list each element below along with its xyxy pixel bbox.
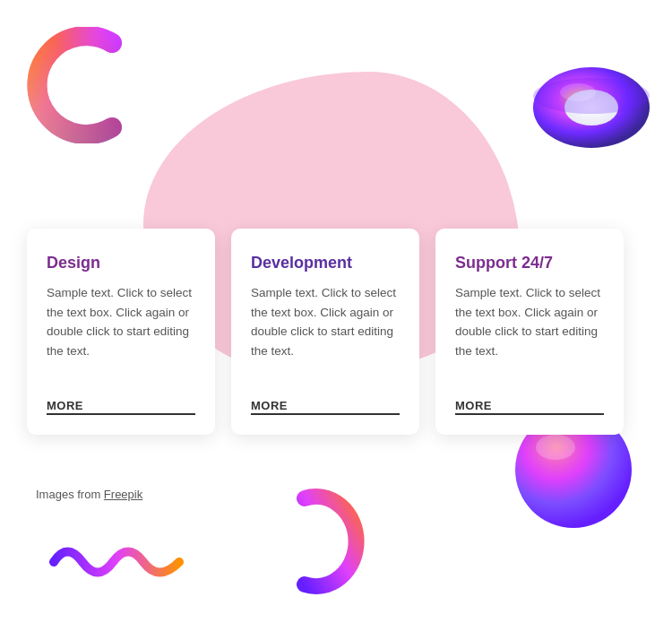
svg-point-5 [536,435,575,460]
c-shape-bottom-center [287,488,367,586]
torus-top-right [529,58,645,148]
freepik-link[interactable]: Freepik [104,488,142,501]
page-container: Design Sample text. Click to select the … [0,0,672,640]
footer-text: Images from [36,488,104,501]
cards-section: Design Sample text. Click to select the … [27,229,624,435]
card-design-more-link[interactable]: MORE [47,399,195,415]
card-support-more-link[interactable]: MORE [455,399,604,415]
card-support-text: Sample text. Click to select the text bo… [455,283,604,388]
card-design: Design Sample text. Click to select the … [27,229,215,435]
card-design-text: Sample text. Click to select the text bo… [47,283,195,388]
card-design-title: Design [47,254,195,272]
card-development: Development Sample text. Click to select… [231,229,419,435]
c-shape-top-left [27,27,134,134]
card-development-more-link[interactable]: MORE [251,399,400,415]
svg-point-3 [560,83,596,101]
card-development-title: Development [251,254,400,272]
squiggle-bottom-left [49,537,175,582]
footer: Images from Freepik [36,488,142,501]
card-support-title: Support 24/7 [455,254,604,272]
card-support: Support 24/7 Sample text. Click to selec… [435,229,624,435]
card-development-text: Sample text. Click to select the text bo… [251,283,400,388]
